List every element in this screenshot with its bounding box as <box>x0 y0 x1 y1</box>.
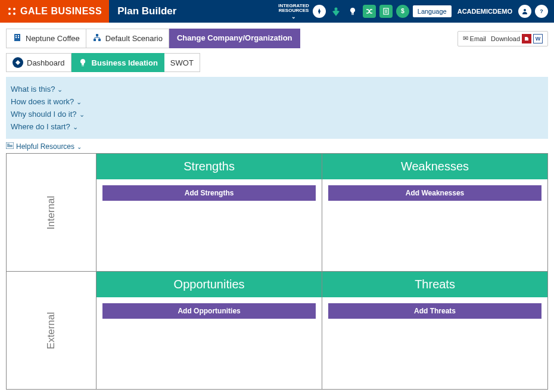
tab-swot-label: SWOT <box>170 58 194 67</box>
company-crumb[interactable]: Neptune Coffee <box>6 29 86 48</box>
svg-rect-20 <box>98 39 101 41</box>
download-pdf-button[interactable] <box>522 34 531 43</box>
language-button[interactable]: Language <box>413 5 452 17</box>
header: GALE BUSINESS Plan Builder INTEGRATEDRES… <box>0 0 554 23</box>
toolbar-row: Neptune Coffee Default Scenario Change C… <box>6 29 548 48</box>
person-icon[interactable] <box>329 5 343 18</box>
svg-rect-14 <box>15 35 17 36</box>
chevron-down-icon: ⌄ <box>79 111 85 118</box>
svg-text:$: $ <box>401 8 404 14</box>
svg-rect-19 <box>94 39 96 41</box>
scenario-crumb-label: Default Scenario <box>105 34 163 43</box>
opportunities-header: Opportunities <box>97 272 322 297</box>
document-icon[interactable] <box>379 5 393 18</box>
quad-threats: Threats Add Threats <box>322 272 548 390</box>
email-button[interactable]: ✉ Email <box>463 35 487 42</box>
chevron-down-icon: ⌄ <box>73 123 78 130</box>
compass-icon[interactable] <box>313 5 326 18</box>
faq-what-is-this[interactable]: What is this?⌄ <box>11 83 543 95</box>
weaknesses-header: Weaknesses <box>322 154 547 179</box>
axis-internal-label: Internal <box>45 195 57 229</box>
quad-weaknesses: Weaknesses Add Weaknesses <box>322 154 548 272</box>
axis-internal: Internal <box>7 154 97 272</box>
user-name: ACADEMICDEMO <box>455 8 515 15</box>
svg-point-5 <box>334 8 337 11</box>
help-icon[interactable]: ? <box>535 5 548 18</box>
quad-strengths: Strengths Add Strengths <box>97 154 322 272</box>
helpful-resources-link[interactable]: Helpful Resources ⌄ <box>6 139 82 153</box>
svg-rect-13 <box>14 34 20 41</box>
svg-point-2 <box>8 13 11 15</box>
tab-ideation-label: Business Ideation <box>92 58 158 67</box>
dashboard-icon <box>13 57 23 68</box>
threats-header: Threats <box>322 272 547 297</box>
chevron-down-icon: ⌄ <box>76 98 82 105</box>
newspaper-icon <box>6 142 14 151</box>
brand-logo[interactable]: GALE BUSINESS <box>0 0 109 23</box>
quad-opportunities: Opportunities Add Opportunities <box>97 272 322 390</box>
gale-logo-icon <box>7 7 17 16</box>
helpful-resources-label: Helpful Resources <box>16 142 74 151</box>
svg-point-11 <box>524 9 526 11</box>
tab-dashboard[interactable]: Dashboard <box>6 53 71 72</box>
add-opportunities-button[interactable]: Add Opportunities <box>102 303 316 319</box>
integrated-resources-button[interactable]: INTEGRATEDRESOURCES⌄ <box>278 4 309 20</box>
download-word-button[interactable]: W <box>533 34 543 43</box>
change-company-button[interactable]: Change Company/Organization <box>169 29 300 48</box>
svg-marker-4 <box>318 8 320 14</box>
scenario-crumb[interactable]: Default Scenario <box>86 29 169 48</box>
tab-business-ideation[interactable]: Business Ideation <box>71 53 164 72</box>
email-label: Email <box>470 35 487 42</box>
svg-rect-17 <box>18 37 19 38</box>
faq-how-does-it-work[interactable]: How does it work?⌄ <box>11 95 543 108</box>
tab-bar: Dashboard Business Ideation SWOT <box>6 53 548 72</box>
svg-text:?: ? <box>540 8 543 14</box>
hierarchy-icon <box>92 33 102 44</box>
chevron-down-icon: ⌄ <box>77 144 82 150</box>
add-strengths-button[interactable]: Add Strengths <box>102 185 316 201</box>
header-tools: INTEGRATEDRESOURCES⌄ $ Language ACADEMIC… <box>278 0 554 23</box>
breadcrumb-group: Neptune Coffee Default Scenario Change C… <box>6 29 300 48</box>
export-group: ✉ Email Download W <box>457 31 548 46</box>
faq-why-should-i[interactable]: Why should I do it?⌄ <box>11 108 543 120</box>
brand-text: GALE BUSINESS <box>20 6 102 17</box>
add-weaknesses-button[interactable]: Add Weaknesses <box>328 185 541 201</box>
tab-swot[interactable]: SWOT <box>164 53 200 72</box>
shuffle-icon[interactable] <box>363 5 376 18</box>
company-crumb-label: Neptune Coffee <box>26 34 80 43</box>
chevron-down-icon: ⌄ <box>57 86 63 93</box>
download-label: Download <box>491 35 520 42</box>
swot-grid: Internal Strengths Add Strengths Weaknes… <box>6 153 548 390</box>
axis-external: External <box>7 272 97 390</box>
axis-external-label: External <box>45 312 57 349</box>
building-icon <box>13 33 22 44</box>
money-icon[interactable]: $ <box>396 5 409 18</box>
tab-dashboard-label: Dashboard <box>27 58 65 67</box>
svg-point-1 <box>13 8 15 10</box>
chevron-down-icon: ⌄ <box>291 14 296 20</box>
strengths-header: Strengths <box>97 154 322 179</box>
svg-rect-18 <box>96 34 98 36</box>
app-title: Plan Builder <box>109 0 278 23</box>
user-icon[interactable] <box>518 5 531 18</box>
download-group: Download W <box>491 34 543 43</box>
svg-rect-16 <box>15 37 17 38</box>
faq-box: What is this?⌄ How does it work?⌄ Why sh… <box>6 77 548 139</box>
add-threats-button[interactable]: Add Threats <box>328 303 541 319</box>
envelope-icon: ✉ <box>463 35 468 42</box>
svg-point-0 <box>8 8 11 10</box>
svg-point-3 <box>13 13 15 15</box>
svg-rect-15 <box>18 35 19 36</box>
lightbulb-icon[interactable] <box>346 5 359 18</box>
faq-where-do-i-start[interactable]: Where do I start?⌄ <box>11 120 543 133</box>
content-area: Neptune Coffee Default Scenario Change C… <box>0 23 554 392</box>
lightbulb-tab-icon <box>77 57 88 68</box>
